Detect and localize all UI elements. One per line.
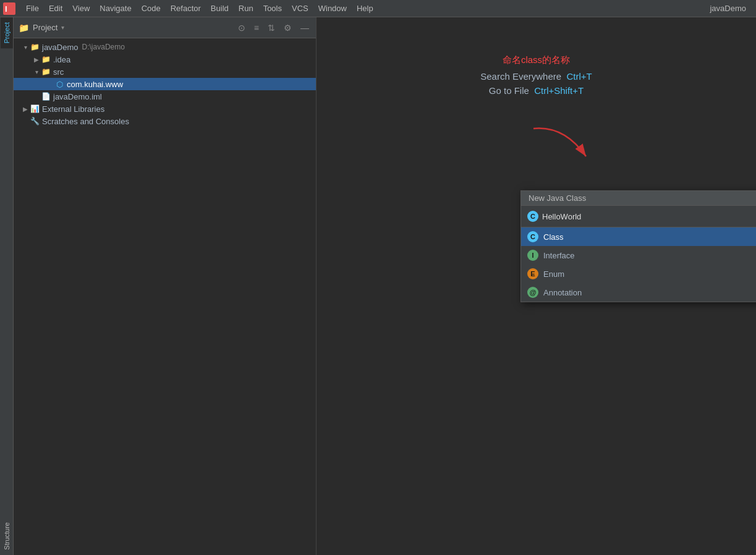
menu-window[interactable]: Window <box>313 2 352 14</box>
new-java-class-dialog: New Java Class C C Class I Interface <box>520 190 756 302</box>
menu-code[interactable]: Code <box>137 2 166 14</box>
tree-sublabel-javademo: D:\javaDemo <box>82 43 125 51</box>
settings-icon[interactable]: ⚙ <box>282 22 294 34</box>
tree-arrow-javademo: ▾ <box>21 44 30 51</box>
folder-javademo-icon: 📁 <box>30 42 40 52</box>
goto-file-line: Go to File Ctrl+Shift+T <box>480 85 592 96</box>
goto-file-label: Go to File <box>489 85 529 96</box>
dialog-type-list: C Class I Interface E Enum @ Annotation <box>521 227 756 302</box>
goto-shortcut: Ctrl+Shift+T <box>534 85 584 96</box>
sidebar-item-project[interactable]: Project <box>1 17 13 48</box>
app-title: javaDemo <box>710 4 754 13</box>
project-tree: ▾ 📁 javaDemo D:\javaDemo ▶ 📁 .idea ▾ 📁 s… <box>14 38 316 555</box>
arrow-indicator <box>527 122 601 174</box>
dialog-c-icon: C <box>527 211 538 222</box>
folder-idea-icon: 📁 <box>41 54 51 64</box>
dialog-item-annotation[interactable]: @ Annotation <box>521 283 756 302</box>
menu-view[interactable]: View <box>67 2 95 14</box>
tree-label-external-libs: External Libraries <box>42 104 104 114</box>
menu-vcs[interactable]: VCS <box>287 2 313 14</box>
collapse-icon[interactable]: ≡ <box>252 22 261 34</box>
tree-arrow-ext-libs: ▶ <box>21 106 30 112</box>
tree-arrow-idea: ▶ <box>32 56 41 63</box>
package-icon: ⬡ <box>54 79 64 89</box>
editor-area: 命名class的名称 Search Everywhere Ctrl+T Go t… <box>316 17 756 555</box>
tree-item-src[interactable]: ▾ 📁 src <box>14 66 316 78</box>
dialog-name-input[interactable] <box>542 212 756 221</box>
sidebar-header: 📁 Project ▾ ⊙ ≡ ⇅ ⚙ — <box>14 17 316 38</box>
tree-item-iml[interactable]: 📄 javaDemo.iml <box>14 90 316 103</box>
app-logo: I <box>2 2 16 15</box>
menu-file[interactable]: File <box>21 2 44 14</box>
dialog-item-enum[interactable]: E Enum <box>521 265 756 283</box>
menu-navigate[interactable]: Navigate <box>95 2 136 14</box>
dialog-item-interface[interactable]: I Interface <box>521 246 756 265</box>
tree-label-iml: javaDemo.iml <box>53 92 102 101</box>
tree-label-idea: .idea <box>53 55 70 64</box>
menu-edit[interactable]: Edit <box>44 2 67 14</box>
tree-item-javademo[interactable]: ▾ 📁 javaDemo D:\javaDemo <box>14 41 316 53</box>
dropdown-arrow-icon[interactable]: ▾ <box>61 24 64 31</box>
annotation-chinese-text: 命名class的名称 <box>480 54 592 66</box>
folder-src-icon: 📁 <box>41 67 51 77</box>
tree-label-package: com.kuhai.www <box>67 80 123 89</box>
tree-arrow-src: ▾ <box>32 69 41 75</box>
main-layout: Project Structure 📁 Project ▾ ⊙ ≡ ⇅ ⚙ — <box>0 17 756 555</box>
annotation-type-label: Annotation <box>543 288 582 297</box>
enum-type-label: Enum <box>543 269 564 279</box>
enum-type-icon: E <box>527 268 538 279</box>
menubar: I File Edit View Navigate Code Refactor … <box>0 0 756 17</box>
tree-label-src: src <box>53 67 64 77</box>
menu-build[interactable]: Build <box>206 2 234 14</box>
dialog-input-row: C <box>521 206 756 227</box>
project-panel: 📁 Project ▾ ⊙ ≡ ⇅ ⚙ — ▾ 📁 javaDemo D:\ja… <box>14 17 316 555</box>
tree-item-scratches[interactable]: 🔧 Scratches and Consoles <box>14 115 316 127</box>
interface-type-label: Interface <box>543 251 575 260</box>
menu-refactor[interactable]: Refactor <box>166 2 206 14</box>
menu-help[interactable]: Help <box>352 2 378 14</box>
dialog-item-class[interactable]: C Class <box>521 227 756 246</box>
annotation-container: 命名class的名称 Search Everywhere Ctrl+T Go t… <box>480 54 592 96</box>
menu-tools[interactable]: Tools <box>258 2 287 14</box>
svg-text:I: I <box>5 4 7 14</box>
tree-item-package[interactable]: ⬡ com.kuhai.www <box>14 78 316 90</box>
tree-label-javademo: javaDemo <box>42 43 79 52</box>
sidebar-item-structure[interactable]: Structure <box>1 517 13 555</box>
locate-icon[interactable]: ⊙ <box>236 22 247 34</box>
dialog-title-label: New Java Class <box>529 193 586 203</box>
library-icon: 📊 <box>30 104 40 114</box>
sidebar-header-icons: ⊙ ≡ ⇅ ⚙ — <box>236 22 311 34</box>
search-shortcut: Ctrl+T <box>567 71 592 82</box>
search-everywhere-label: Search Everywhere <box>480 71 561 82</box>
class-type-label: Class <box>543 232 564 242</box>
menu-run[interactable]: Run <box>234 2 258 14</box>
left-tab-bar: Project Structure <box>0 17 14 555</box>
tree-item-external-libs[interactable]: ▶ 📊 External Libraries <box>14 103 316 115</box>
expand-icon[interactable]: ⇅ <box>266 22 277 34</box>
tree-item-idea[interactable]: ▶ 📁 .idea <box>14 53 316 66</box>
annotation-type-icon: @ <box>527 287 538 298</box>
tree-label-scratches: Scratches and Consoles <box>42 117 129 126</box>
class-type-icon: C <box>527 231 538 242</box>
interface-type-icon: I <box>527 250 538 261</box>
iml-icon: 📄 <box>41 91 51 101</box>
folder-icon: 📁 <box>19 23 29 33</box>
search-everywhere-line: Search Everywhere Ctrl+T <box>480 71 592 82</box>
sidebar-title-label: Project <box>33 23 57 32</box>
scratch-icon: 🔧 <box>30 116 40 126</box>
dialog-title-bar: New Java Class <box>521 191 756 206</box>
minimize-icon[interactable]: — <box>299 22 311 34</box>
sidebar-title: 📁 Project ▾ <box>19 23 64 33</box>
